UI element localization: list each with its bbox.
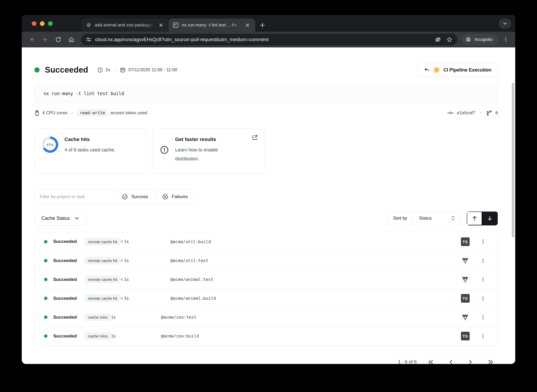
x-circle-icon (162, 194, 168, 200)
pipeline-status-dot (434, 68, 439, 72)
select-chevrons-icon (451, 215, 455, 221)
task-row[interactable]: Succeeded cache miss 1s @acme/zoo:build … (35, 326, 498, 345)
list-toolbar: Cache Status Sort by Status (34, 211, 498, 226)
task-name[interactable]: @acme/animal:test (170, 277, 453, 282)
cache-status-dropdown[interactable]: Cache Status (34, 211, 86, 226)
minimize-window-button[interactable] (40, 21, 45, 26)
tab-search-button[interactable] (499, 19, 511, 29)
cache-hits-donut: 67% (42, 137, 58, 153)
task-row[interactable]: Succeeded remote cache hit < 1s @acme/an… (35, 270, 498, 289)
typescript-icon: TS (461, 332, 470, 340)
filter-success-button[interactable]: Success (115, 190, 155, 204)
browser-menu-icon[interactable] (501, 34, 511, 45)
row-menu-icon[interactable] (478, 315, 488, 320)
row-duration: 1s (111, 334, 161, 339)
sort-descending-button[interactable] (482, 211, 498, 225)
tab-title: nx run-many -t lint test ... fro (182, 23, 241, 28)
tab-pull-request[interactable]: add animal and zoo packages (82, 19, 169, 32)
home-button[interactable] (65, 34, 77, 46)
cache-hits-title: Cache hits (65, 137, 115, 142)
row-status: Succeeded (53, 315, 80, 320)
task-name[interactable]: @acme/util:build (170, 239, 453, 244)
failures-label: Failures (172, 194, 187, 199)
address-bar[interactable]: cloud.nx.app/runs/agsvEHsQc8?utm_source=… (81, 34, 457, 45)
task-name[interactable]: @acme/zoo:test (161, 315, 453, 320)
site-settings-icon[interactable] (86, 37, 92, 42)
tab-nx-cloud-run[interactable]: nx run-many -t lint test ... fro (169, 19, 255, 32)
cache-percent-label: 67% (47, 143, 53, 147)
task-name[interactable]: @acme/zoo:build (161, 334, 453, 339)
calendar-icon (120, 67, 126, 73)
status-dot (44, 240, 47, 243)
sort-field-select[interactable]: Status (413, 212, 460, 225)
page-scrollbar[interactable] (512, 83, 514, 237)
success-label: Success (131, 194, 148, 199)
row-duration: < 1s (121, 258, 170, 263)
row-duration: < 1s (121, 239, 170, 244)
incognito-label: Incognito (475, 37, 493, 42)
tab-close-icon[interactable] (244, 22, 251, 29)
row-duration: 1s (111, 315, 161, 320)
task-row[interactable]: Succeeded remote cache hit < 1s @acme/ut… (35, 251, 498, 270)
last-page-button[interactable] (483, 355, 498, 364)
task-name[interactable]: @acme/animal:build (170, 296, 453, 301)
typescript-icon: TS (461, 237, 470, 246)
task-row[interactable]: Succeeded remote cache hit < 1s @acme/ut… (35, 232, 498, 251)
branch-count[interactable]: 6 (496, 110, 498, 116)
commit-sha[interactable]: e1a5caf7 (457, 110, 475, 116)
browser-toolbar: cloud.nx.app/runs/agsvEHsQc8?utm_source=… (22, 32, 515, 47)
task-row[interactable]: Succeeded remote cache hit < 1s @acme/an… (35, 289, 498, 308)
distribution-title: Get faster results (175, 137, 218, 142)
row-menu-icon[interactable] (478, 296, 488, 301)
run-duration: 2s (106, 67, 110, 73)
sort-control: Sort by Status (387, 211, 460, 225)
page-title: Succeeded (45, 65, 88, 75)
task-row[interactable]: Succeeded cache miss 1s @acme/zoo:test (35, 308, 498, 326)
row-status: Succeeded (53, 277, 80, 282)
external-link-icon[interactable] (252, 134, 258, 141)
chevron-down-icon (74, 216, 79, 221)
first-page-button[interactable] (423, 355, 438, 364)
close-window-button[interactable] (32, 21, 36, 26)
incognito-icon (465, 36, 471, 43)
task-name[interactable]: @acme/util:test (170, 258, 453, 263)
commit-icon (447, 110, 454, 116)
row-menu-icon[interactable] (478, 277, 488, 282)
filter-input[interactable] (34, 190, 115, 204)
ci-pipeline-execution-button[interactable]: CI Pipeline Execution (417, 63, 498, 77)
cache-badge: remote cache hit (85, 257, 121, 264)
cache-hits-subtitle: 4 of 6 tasks used cache. (65, 145, 115, 154)
zoom-window-button[interactable] (48, 21, 53, 26)
previous-page-button[interactable] (443, 355, 458, 364)
back-button[interactable] (26, 34, 38, 46)
status-dot (44, 278, 47, 281)
next-page-button[interactable] (463, 355, 478, 364)
cache-badge: remote cache hit (85, 295, 121, 302)
url-text[interactable]: cloud.nx.app/runs/agsvEHsQc8?utm_source=… (95, 37, 431, 42)
distribution-card[interactable]: Get faster results Learn how to enable d… (152, 128, 265, 173)
filter-failures-button[interactable]: Failures (155, 190, 195, 204)
tab-close-icon[interactable] (158, 22, 164, 29)
row-menu-icon[interactable] (478, 334, 488, 339)
eye-off-icon[interactable] (435, 36, 441, 43)
row-status: Succeeded (53, 334, 80, 339)
cache-badge: remote cache hit (85, 276, 121, 283)
reload-button[interactable] (52, 34, 64, 46)
forward-button[interactable] (39, 34, 51, 46)
pagination-label: 1 - 6 of 6 (398, 359, 417, 364)
check-circle-icon (122, 194, 128, 200)
tab-strip: add animal and zoo packages nx run-many … (22, 15, 515, 32)
row-status: Succeeded (53, 239, 80, 244)
new-tab-button[interactable] (257, 20, 268, 30)
row-menu-icon[interactable] (478, 258, 488, 263)
status-dot (44, 315, 47, 319)
browser-window: add animal and zoo packages nx run-many … (22, 15, 515, 364)
cache-badge: cache miss (85, 332, 111, 340)
cache-hits-card[interactable]: 67% Cache hits 4 of 6 tasks used cache. (34, 128, 147, 173)
sort-ascending-button[interactable] (467, 211, 482, 225)
info-icon (160, 145, 169, 154)
bookmark-star-icon[interactable] (446, 36, 453, 43)
clock-icon (97, 67, 103, 73)
row-status: Succeeded (53, 258, 80, 263)
row-menu-icon[interactable] (478, 239, 488, 244)
